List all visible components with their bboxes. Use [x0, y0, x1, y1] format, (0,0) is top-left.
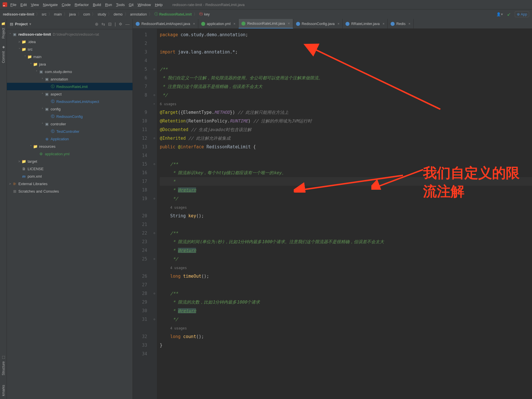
code-line[interactable]: public @interface RedissonRateLimit {	[160, 143, 532, 151]
code-line[interactable]: long timeOut();	[160, 272, 532, 281]
close-icon[interactable]: ×	[337, 22, 339, 26]
tree-item[interactable]: ⚙application.yml	[7, 150, 132, 158]
project-title[interactable]: Project	[15, 22, 28, 26]
crumb-java[interactable]: java	[69, 12, 76, 16]
close-icon[interactable]: ×	[288, 22, 290, 26]
code-line[interactable]: 4 usages	[160, 263, 532, 272]
tree-item[interactable]: ˅📁src	[7, 45, 132, 53]
tab-application.yml[interactable]: application.yml×	[198, 19, 239, 28]
close-icon[interactable]: ×	[233, 22, 235, 26]
code-line[interactable]	[160, 39, 532, 48]
menu-navigate[interactable]: Navigate	[43, 3, 57, 7]
tree-item[interactable]: >📁.idea	[7, 38, 132, 45]
source-code[interactable]: package com.study.demo.annotation; impor…	[157, 29, 532, 399]
close-icon[interactable]: ×	[193, 22, 195, 26]
code-line[interactable]: */	[160, 255, 532, 263]
code-line[interactable]: * 限流的时间(单位为:秒)，比如1分钟内最多1000个请求。注意我们这个限流器…	[160, 237, 532, 246]
tab-RedissonRateLimit.java[interactable]: RedissonRateLimit.java×	[239, 19, 293, 28]
code-line[interactable]: @Documented // 生成javadoc时包含该注解	[160, 125, 532, 134]
code-line[interactable]: long count();	[160, 332, 532, 341]
code-line[interactable]: 4 usages	[160, 203, 532, 212]
code-line[interactable]: * @return	[160, 186, 532, 194]
locate-icon[interactable]: ⊕	[95, 22, 99, 27]
code-line[interactable]: */	[160, 91, 532, 99]
tree-item[interactable]: ˅📁resources	[7, 143, 132, 150]
code-line[interactable]: /**	[160, 65, 532, 74]
tree-item[interactable]: mpom.xml	[7, 172, 132, 180]
code-line[interactable]: */	[160, 315, 532, 324]
menu-edit[interactable]: Edit	[20, 3, 27, 7]
external-libraries[interactable]: >⊪ External Libraries	[7, 180, 132, 187]
dropdown-icon[interactable]: ▾	[29, 22, 31, 26]
code-line[interactable]: 4 usages	[160, 324, 532, 332]
fold-gutter[interactable]: ⊖⊖▸⊖⊖⊖⊖⊖⊖⊖	[152, 29, 157, 399]
code-line[interactable]: *	[160, 177, 532, 186]
tab-RedissonRateLimitAspect.java[interactable]: RedissonRateLimitAspect.java×	[133, 19, 198, 28]
tree-item[interactable]: ⒸRedissonRateLimitAspect	[7, 98, 132, 105]
close-icon[interactable]: ×	[383, 22, 385, 26]
menu-code[interactable]: Code	[62, 3, 71, 7]
crumb-redisson-rate-limit[interactable]: redisson-rate-limit	[3, 12, 34, 16]
commit-tool[interactable]: Commit ◈	[1, 45, 5, 63]
tree-item[interactable]: ˅📁main	[7, 53, 132, 60]
menu-tools[interactable]: Tools	[116, 3, 125, 7]
tab-RRateLimiter.java[interactable]: RRateLimiter.java×	[343, 19, 388, 28]
code-line[interactable]: 6 usages	[160, 99, 532, 108]
project-tool[interactable]: Project 📁	[1, 22, 5, 39]
code-line[interactable]	[160, 350, 532, 358]
scratches[interactable]: ⊞ Scratches and Consoles	[7, 187, 132, 195]
code-line[interactable]	[160, 281, 532, 289]
crumb-com[interactable]: com	[83, 12, 90, 16]
crumb-src[interactable]: src	[42, 12, 47, 16]
code-line[interactable]: String key();	[160, 212, 532, 220]
code-line[interactable]: * 限流标识key，每个http接口都应该有一个唯一的key。	[160, 168, 532, 177]
code-line[interactable]: /**	[160, 229, 532, 237]
settings-icon[interactable]: ✲	[119, 22, 122, 27]
code-line[interactable]: * @return	[160, 306, 532, 315]
expand-icon[interactable]: ⇆	[101, 22, 105, 27]
menu-refactor[interactable]: Refactor	[75, 3, 89, 7]
tree-item[interactable]: ˅📁java	[7, 60, 132, 68]
crumb-main[interactable]: main	[54, 12, 62, 16]
tab-Redis[interactable]: Redis×	[388, 19, 414, 28]
menu-run[interactable]: Run	[105, 3, 112, 7]
app-button[interactable]: ⊕ App	[515, 11, 529, 17]
breadcrumb-active[interactable]: RedissonRateLimit	[159, 12, 192, 16]
bookmarks-tool[interactable]: kmarks	[1, 385, 5, 396]
tree-item[interactable]: ˅▣config	[7, 105, 132, 113]
menu-build[interactable]: Build	[93, 3, 101, 7]
tree-item[interactable]: ⊕Application	[7, 135, 132, 143]
menu-help[interactable]: Help	[155, 3, 163, 7]
tree-item[interactable]: ˅▣aspect	[7, 90, 132, 98]
code-line[interactable]: /**	[160, 160, 532, 168]
tree-item[interactable]: ˅▣controller	[7, 120, 132, 128]
code-line[interactable]: * 注意我们这个限流器不是很精确，但误差不会太大	[160, 82, 532, 91]
menu-git[interactable]: Git	[129, 3, 134, 7]
code-editor[interactable]: 1234567891011121314151617181920212223242…	[133, 29, 532, 399]
tree-item[interactable]: ⒾRedissonRateLimit	[7, 83, 132, 90]
code-line[interactable]: * 我们自定义一个注解，简化限流器的使用。全公司都可以使用这个注解来做限流。	[160, 74, 532, 82]
code-line[interactable]: * @return	[160, 246, 532, 255]
code-line[interactable]: @Inherited // 此注解允许被集成	[160, 134, 532, 143]
hide-icon[interactable]: —	[125, 22, 130, 27]
crumb-study[interactable]: study	[97, 12, 106, 16]
code-line[interactable]	[160, 56, 532, 65]
tab-RedissonConfig.java[interactable]: RedissonConfig.java×	[293, 19, 343, 28]
sync-icon[interactable]: ↙	[507, 11, 511, 17]
tree-item[interactable]: >📁target	[7, 158, 132, 165]
code-line[interactable]: * 限流的次数，比如1分钟内最多1000个请求	[160, 298, 532, 306]
tree-item[interactable]: ⒸRedissonConfig	[7, 113, 132, 120]
code-line[interactable]: package com.study.demo.annotation;	[160, 30, 532, 39]
code-line[interactable]: */	[160, 194, 532, 203]
tree-item[interactable]: 🗎LICENSE	[7, 165, 132, 172]
crumb-demo[interactable]: demo	[114, 12, 122, 16]
project-tree[interactable]: ˅▣ redisson-rate-limit D:\IdeaProjects\r…	[7, 29, 132, 399]
tree-root[interactable]: ˅▣ redisson-rate-limit D:\IdeaProjects\r…	[7, 30, 132, 38]
crumb-annotation[interactable]: annotation	[130, 12, 147, 16]
structure-tool[interactable]: Structure ⬚	[1, 356, 5, 375]
code-line[interactable]: /**	[160, 289, 532, 298]
user-icon[interactable]: 👤▾	[496, 12, 503, 16]
code-line[interactable]: }	[160, 341, 532, 350]
collapse-icon[interactable]: ⊟	[108, 22, 112, 27]
code-line[interactable]: @Retention(RetentionPolicy.RUNTIME) // 注…	[160, 117, 532, 125]
